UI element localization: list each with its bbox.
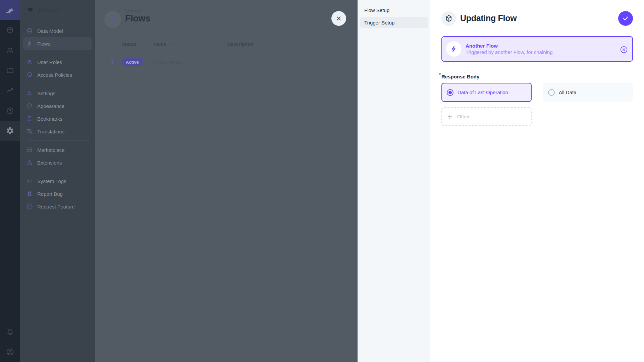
- nav-item-label: Access Policies: [37, 72, 72, 78]
- directus-app: Directus Data Model Flows User Rol: [0, 0, 644, 362]
- drawer-nav: Flow Setup Trigger Setup: [358, 0, 430, 362]
- divider: [23, 169, 92, 175]
- save-button[interactable]: [618, 11, 633, 26]
- bookmark-icon: [26, 115, 33, 122]
- breadcrumb[interactable]: Settings: [125, 8, 142, 13]
- divider: [23, 138, 92, 143]
- sort-icon[interactable]: [168, 42, 173, 47]
- column-header-status[interactable]: Status: [122, 42, 136, 47]
- column-label: Description: [227, 42, 253, 47]
- nav-item-marketplace[interactable]: Marketplace: [23, 143, 92, 156]
- drawer-nav-label: Trigger Setup: [364, 20, 394, 25]
- nav-item-label: Settings: [37, 90, 55, 96]
- category-icon: [26, 159, 33, 166]
- deselect-trigger-button[interactable]: [620, 46, 628, 54]
- nav-list: Data Model Flows User Roles Access Pol: [20, 20, 95, 213]
- nav-sidebar: Directus Data Model Flows User Rol: [20, 0, 95, 362]
- nav-item-bookmarks[interactable]: Bookmarks: [23, 112, 92, 125]
- nav-item-system-logs[interactable]: System Logs: [23, 175, 92, 187]
- nav-item-request-feature[interactable]: Request Feature: [23, 200, 92, 213]
- trigger-icon-circle: [446, 41, 462, 57]
- nav-item-extensions[interactable]: Extensions: [23, 156, 92, 169]
- nav-item-settings[interactable]: Settings: [23, 87, 92, 100]
- check-icon: [622, 15, 629, 22]
- project-fan-icon: [26, 6, 34, 14]
- nav-item-label: Extensions: [37, 160, 62, 166]
- trigger-type-card[interactable]: Another Flow Triggered by another Flow, …: [441, 36, 633, 62]
- storefront-icon: [26, 146, 33, 153]
- module-settings-button[interactable]: [0, 121, 20, 141]
- divider: [23, 81, 92, 87]
- module-content-button[interactable]: [0, 20, 20, 40]
- nav-item-label: Translations: [37, 129, 64, 134]
- drawer-nav-trigger-setup[interactable]: Trigger Setup: [360, 17, 428, 28]
- terminal-icon: [26, 178, 33, 184]
- avatar-icon: [6, 348, 14, 356]
- cube-icon: [445, 14, 453, 22]
- trigger-card-title: Another Flow: [466, 43, 553, 49]
- module-insights-button[interactable]: [0, 80, 20, 101]
- rabbit-logo-icon: [5, 5, 15, 15]
- nav-item-access-policies[interactable]: Access Policies: [23, 68, 92, 81]
- nav-item-translations[interactable]: Translations: [23, 125, 92, 138]
- nav-item-report-bug[interactable]: Report Bug: [23, 187, 92, 200]
- nav-item-label: Request Feature: [37, 204, 75, 209]
- option-label: All Data: [559, 89, 577, 95]
- flow-name-cell: Post Created: [153, 59, 183, 65]
- module-docs-button[interactable]: [0, 101, 20, 121]
- folder-icon: [6, 66, 14, 74]
- feature-badge-icon: [26, 203, 33, 210]
- option-label: Data of Last Operation: [458, 89, 508, 95]
- radio-selected-icon[interactable]: [447, 89, 453, 96]
- cancel-circle-icon: [620, 46, 628, 54]
- project-name: Directus: [39, 7, 59, 13]
- nav-item-user-roles[interactable]: User Roles: [23, 56, 92, 68]
- nav-item-flows[interactable]: Flows: [23, 37, 92, 50]
- bell-icon: [6, 328, 14, 336]
- divider: [23, 50, 92, 56]
- project-header[interactable]: Directus: [20, 0, 95, 20]
- nav-item-label: Report Bug: [37, 191, 63, 197]
- drawer-panel: Updating Flow Another Flow Triggered by …: [430, 0, 644, 362]
- trigger-card-subtitle: Triggered by another Flow, for chaining: [466, 49, 553, 55]
- required-marker: *: [439, 72, 441, 77]
- nav-item-label: Data Model: [37, 28, 63, 34]
- page-title: Flows: [125, 13, 150, 24]
- help-icon: [6, 107, 14, 115]
- module-users-button[interactable]: [0, 40, 20, 60]
- option-data-of-last-operation[interactable]: Data of Last Operation: [441, 83, 532, 102]
- directus-logo[interactable]: [0, 0, 20, 20]
- notifications-button[interactable]: [0, 322, 20, 342]
- column-header-name[interactable]: Name: [153, 42, 173, 47]
- other-option-button[interactable]: Other...: [441, 107, 532, 126]
- column-label: Status: [122, 42, 136, 47]
- bolt-icon: [109, 15, 117, 23]
- module-bar: [0, 0, 20, 362]
- nav-item-appearance[interactable]: Appearance: [23, 100, 92, 112]
- people-icon: [26, 59, 33, 65]
- column-header-description[interactable]: Description: [227, 42, 253, 47]
- column-label: Name: [153, 42, 166, 47]
- radio-unselected-icon[interactable]: [548, 89, 555, 96]
- user-menu-button[interactable]: [0, 342, 20, 362]
- nav-item-label: Bookmarks: [37, 116, 62, 122]
- gear-icon: [6, 127, 14, 135]
- nav-item-label: Flows: [37, 41, 50, 47]
- cube-icon: [6, 26, 14, 34]
- nav-item-data-model[interactable]: Data Model: [23, 24, 92, 37]
- nav-item-label: User Roles: [37, 59, 62, 65]
- option-all-data[interactable]: All Data: [543, 83, 633, 102]
- bolt-icon: [450, 45, 458, 53]
- drawer-close-button[interactable]: [331, 11, 346, 26]
- divider: [103, 70, 348, 70]
- response-body-label: Response Body: [441, 74, 479, 79]
- status-badge: Active: [122, 58, 143, 66]
- database-icon: [26, 27, 33, 34]
- page-title-icon-circle: [104, 11, 121, 28]
- module-files-button[interactable]: [0, 60, 20, 80]
- nav-item-label: System Logs: [37, 178, 66, 184]
- drawer-nav-flow-setup[interactable]: Flow Setup: [360, 4, 428, 16]
- flows-page: Settings Flows Status Name Description A…: [95, 0, 358, 362]
- plus-icon: [446, 113, 453, 120]
- people-icon: [6, 46, 14, 54]
